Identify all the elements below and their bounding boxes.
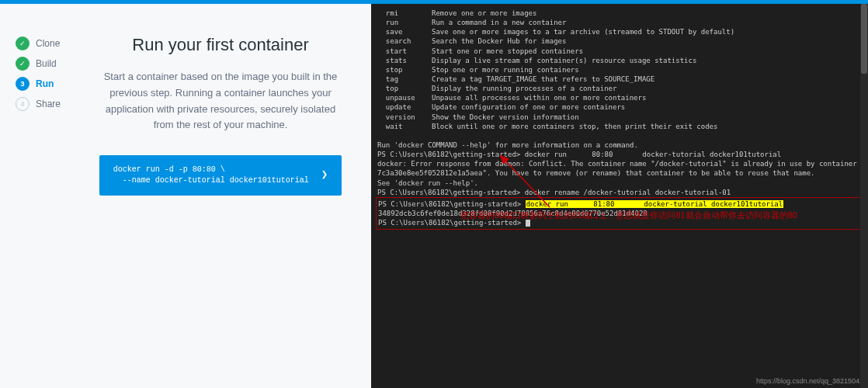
step-label: Clone bbox=[36, 38, 60, 49]
command-line-highlighted: PS C:\Users\86182\getting-started> docke… bbox=[378, 199, 861, 209]
more-info-line: Run 'docker COMMAND --help' for more inf… bbox=[377, 140, 862, 150]
help-row: runRun a command in a new container bbox=[377, 18, 862, 27]
terminal-panel[interactable]: rmiRemove one or more images runRun a co… bbox=[371, 4, 868, 388]
highlighted-command: docker run 81:80 docker-tutorial docker1… bbox=[526, 200, 784, 208]
help-row: topDisplay the running processes of a co… bbox=[377, 84, 862, 93]
help-row: searchSearch the Docker Hub for images bbox=[377, 36, 862, 46]
help-row: waitBlock until one or more containers s… bbox=[377, 122, 862, 131]
scrollbar-thumb[interactable] bbox=[861, 4, 867, 74]
help-row: startStart one or more stopped container… bbox=[377, 47, 862, 56]
step-label: Build bbox=[36, 58, 57, 69]
step-run[interactable]: 3Run bbox=[16, 77, 70, 91]
left-panel: ✓Clone✓Build3Run4Share Run your first co… bbox=[0, 4, 371, 388]
help-output: rmiRemove one or more images runRun a co… bbox=[377, 9, 862, 131]
step-number-icon: 3 bbox=[16, 77, 30, 91]
error-line: See 'docker run --help'. bbox=[377, 178, 862, 188]
run-command-button[interactable]: docker run -d -p 80:80 \ --name docker-t… bbox=[99, 155, 342, 196]
command-text: docker run -d -p 80:80 \ --name docker-t… bbox=[113, 165, 309, 186]
help-row: tagCreate a tag TARGET_IMAGE that refers… bbox=[377, 74, 862, 84]
error-line: 7c3a30e8ee5f052812e1a5aea". You have to … bbox=[377, 168, 862, 178]
step-share[interactable]: 4Share bbox=[16, 97, 70, 111]
error-line: docker: Error response from daemon: Conf… bbox=[377, 159, 862, 168]
app-container: ✓Clone✓Build3Run4Share Run your first co… bbox=[0, 4, 868, 388]
step-clone[interactable]: ✓Clone bbox=[16, 36, 70, 50]
check-icon: ✓ bbox=[16, 57, 30, 71]
page-title: Run your first container bbox=[89, 35, 352, 55]
annotation-text: 把容器的80端口映射到主机的81端口上；意思就是你访问81就会自动帮你去访问容器… bbox=[460, 210, 797, 221]
watermark: https://blog.csdn.net/qq_38215042 bbox=[756, 376, 863, 386]
chevron-right-icon: ❯ bbox=[321, 168, 328, 183]
content-area: Run your first container Start a contain… bbox=[70, 23, 371, 388]
help-row: saveSave one or more images to a tar arc… bbox=[377, 27, 862, 36]
help-row: statsDisplay a live stream of container(… bbox=[377, 56, 862, 65]
check-icon: ✓ bbox=[16, 36, 30, 50]
help-row: unpauseUnpause all processes within one … bbox=[377, 93, 862, 102]
scrollbar[interactable] bbox=[860, 4, 868, 388]
step-label: Run bbox=[36, 78, 54, 89]
step-label: Share bbox=[36, 99, 61, 109]
steps-nav: ✓Clone✓Build3Run4Share bbox=[0, 23, 70, 388]
help-row: versionShow the Docker version informati… bbox=[377, 113, 862, 122]
step-number-icon: 4 bbox=[16, 97, 30, 111]
help-row: updateUpdate configuration of one or mor… bbox=[377, 102, 862, 112]
step-build[interactable]: ✓Build bbox=[16, 57, 70, 71]
command-line: PS C:\Users\86182\getting-started> docke… bbox=[377, 150, 862, 159]
terminal-line bbox=[377, 131, 862, 140]
help-row: rmiRemove one or more images bbox=[377, 9, 862, 18]
command-line: PS C:\Users\86182\getting-started> docke… bbox=[377, 188, 862, 197]
help-row: stopStop one or more running containers bbox=[377, 65, 862, 74]
page-description: Start a container based on the image you… bbox=[100, 69, 341, 133]
